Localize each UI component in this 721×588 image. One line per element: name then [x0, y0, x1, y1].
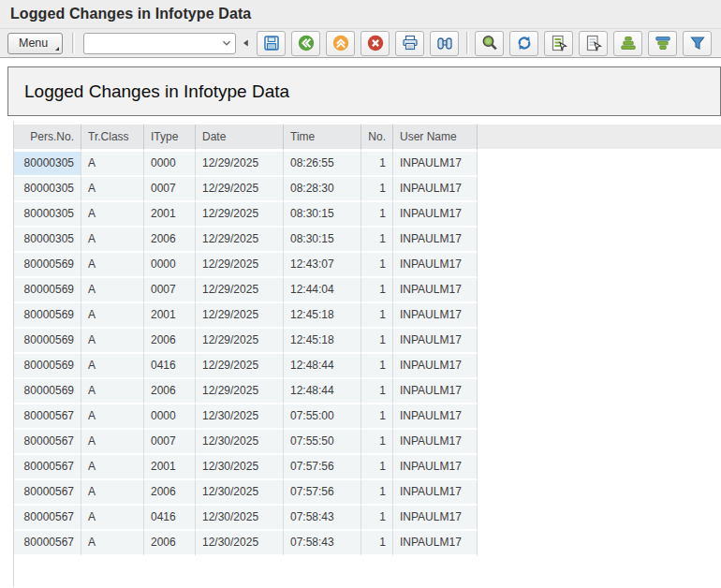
cell-date[interactable]: 12/29/2025 [196, 379, 284, 404]
column-header-no[interactable]: No. [361, 125, 393, 152]
cell-date[interactable]: 12/29/2025 [196, 329, 284, 354]
cell-time[interactable]: 08:30:15 [284, 202, 361, 228]
cell-no[interactable]: 1 [361, 177, 393, 202]
cell-pers-no[interactable]: 80000569 [14, 278, 81, 303]
column-header-itype[interactable]: IType [144, 125, 196, 152]
cell-itype[interactable]: 0000 [144, 152, 196, 177]
cell-tr-class[interactable]: A [81, 480, 144, 506]
cell-time[interactable]: 07:57:56 [284, 455, 361, 480]
collapse-command-field-button[interactable] [241, 37, 252, 50]
cell-time[interactable]: 12:45:18 [284, 329, 361, 354]
cell-no[interactable]: 1 [361, 379, 393, 404]
cell-tr-class[interactable]: A [81, 177, 144, 202]
cell-pers-no[interactable]: 80000305 [14, 177, 81, 202]
cell-time[interactable]: 07:55:50 [284, 430, 361, 455]
cell-itype[interactable]: 2006 [144, 379, 196, 404]
cell-date[interactable]: 12/29/2025 [196, 202, 284, 228]
cell-user-name[interactable]: INPAULM17 [393, 278, 478, 303]
cancel-button[interactable] [360, 31, 390, 56]
cell-itype[interactable]: 2006 [144, 329, 196, 354]
cell-no[interactable]: 1 [361, 455, 393, 480]
cell-time[interactable]: 12:43:07 [284, 253, 361, 278]
cell-tr-class[interactable]: A [81, 379, 144, 404]
cell-tr-class[interactable]: A [81, 404, 144, 430]
cell-itype[interactable]: 2006 [144, 480, 196, 506]
cell-time[interactable]: 08:30:15 [284, 228, 361, 253]
cell-date[interactable]: 12/30/2025 [196, 531, 284, 556]
cell-user-name[interactable]: INPAULM17 [393, 303, 478, 329]
cell-user-name[interactable]: INPAULM17 [393, 379, 478, 404]
cell-date[interactable]: 12/29/2025 [196, 152, 284, 177]
cell-tr-class[interactable]: A [81, 228, 144, 253]
cell-date[interactable]: 12/30/2025 [196, 455, 284, 480]
exit-button[interactable] [326, 31, 355, 56]
cell-no[interactable]: 1 [361, 531, 393, 556]
cell-time[interactable]: 07:55:00 [284, 404, 361, 430]
cell-itype[interactable]: 0007 [144, 430, 196, 455]
cell-pers-no[interactable]: 80000567 [14, 430, 81, 455]
choose-detail-button[interactable] [579, 31, 608, 56]
cell-no[interactable]: 1 [361, 480, 393, 506]
cell-tr-class[interactable]: A [81, 253, 144, 278]
column-header-pers-no[interactable]: Pers.No. [14, 125, 81, 152]
cell-pers-no[interactable]: 80000567 [14, 506, 81, 531]
cell-user-name[interactable]: INPAULM17 [393, 228, 478, 253]
menu-button[interactable]: Menu [7, 33, 63, 54]
cell-time[interactable]: 12:44:04 [284, 278, 361, 303]
cell-no[interactable]: 1 [361, 506, 393, 531]
cell-no[interactable]: 1 [361, 430, 393, 455]
cell-itype[interactable]: 0007 [144, 177, 196, 202]
cell-time[interactable]: 07:57:56 [284, 480, 361, 506]
cell-user-name[interactable]: INPAULM17 [393, 152, 478, 177]
cell-no[interactable]: 1 [361, 303, 393, 329]
cell-pers-no[interactable]: 80000567 [14, 455, 81, 480]
cell-itype[interactable]: 0416 [144, 354, 196, 379]
cell-no[interactable]: 1 [361, 152, 393, 177]
cell-date[interactable]: 12/29/2025 [196, 354, 284, 379]
cell-pers-no[interactable]: 80000569 [14, 354, 81, 379]
cell-no[interactable]: 1 [361, 228, 393, 253]
display-details-button[interactable] [544, 31, 573, 56]
cell-pers-no[interactable]: 80000567 [14, 531, 81, 556]
cell-itype[interactable]: 2001 [144, 455, 196, 480]
cell-itype[interactable]: 2006 [144, 531, 196, 556]
cell-date[interactable]: 12/29/2025 [196, 228, 284, 253]
cell-no[interactable]: 1 [361, 354, 393, 379]
cell-date[interactable]: 12/29/2025 [196, 303, 284, 329]
cell-time[interactable]: 07:58:43 [284, 531, 361, 556]
find-button[interactable] [430, 31, 459, 56]
sort-descending-button[interactable] [648, 31, 677, 56]
cell-itype[interactable]: 2001 [144, 202, 196, 228]
cell-user-name[interactable]: INPAULM17 [393, 404, 478, 430]
cell-date[interactable]: 12/30/2025 [196, 506, 284, 531]
cell-pers-no[interactable]: 80000305 [14, 202, 81, 228]
cell-no[interactable]: 1 [361, 202, 393, 228]
cell-user-name[interactable]: INPAULM17 [393, 480, 478, 506]
cell-pers-no[interactable]: 80000569 [14, 329, 81, 354]
cell-user-name[interactable]: INPAULM17 [393, 455, 478, 480]
chevron-down-icon[interactable] [218, 37, 235, 50]
cell-time[interactable]: 12:45:18 [284, 303, 361, 329]
cell-pers-no[interactable]: 80000569 [14, 253, 81, 278]
cell-date[interactable]: 12/30/2025 [196, 404, 284, 430]
cell-itype[interactable]: 0000 [144, 404, 196, 430]
cell-no[interactable]: 1 [361, 329, 393, 354]
cell-user-name[interactable]: INPAULM17 [393, 430, 478, 455]
column-header-time[interactable]: Time [284, 125, 361, 152]
cell-date[interactable]: 12/29/2025 [196, 177, 284, 202]
cell-pers-no[interactable]: 80000569 [14, 379, 81, 404]
cell-tr-class[interactable]: A [81, 152, 144, 177]
cell-tr-class[interactable]: A [81, 506, 144, 531]
cell-itype[interactable]: 0007 [144, 278, 196, 303]
cell-user-name[interactable]: INPAULM17 [393, 329, 478, 354]
cell-user-name[interactable]: INPAULM17 [393, 531, 478, 556]
column-header-date[interactable]: Date [196, 125, 284, 152]
cell-time[interactable]: 08:26:55 [284, 152, 361, 177]
print-button[interactable] [395, 31, 424, 56]
cell-date[interactable]: 12/30/2025 [196, 480, 284, 506]
cell-itype[interactable]: 2001 [144, 303, 196, 329]
cell-tr-class[interactable]: A [81, 430, 144, 455]
cell-time[interactable]: 07:58:43 [284, 506, 361, 531]
command-field[interactable] [83, 33, 236, 54]
cell-itype[interactable]: 0416 [144, 506, 196, 531]
